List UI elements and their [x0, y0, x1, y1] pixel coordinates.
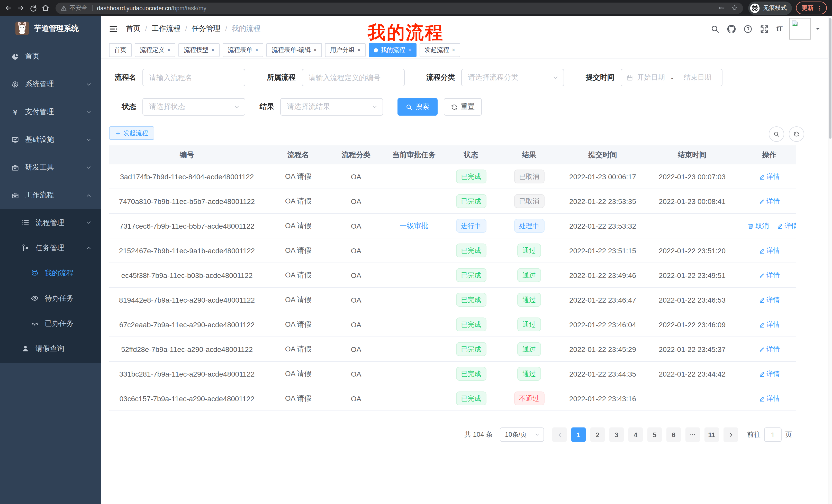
sidebar-item-infrastructure[interactable]: 基础设施: [0, 126, 101, 153]
bookmark-star-icon[interactable]: [731, 5, 738, 11]
browser-menu-icon[interactable]: [816, 5, 823, 11]
view-tab[interactable]: 流程表单 ×: [223, 43, 263, 57]
sidebar-item-done-tasks[interactable]: 已办任务: [0, 311, 101, 336]
page-scrollbar[interactable]: [828, 16, 832, 504]
page-button[interactable]: 6: [667, 427, 681, 442]
current-task-link[interactable]: 一级审批: [399, 221, 428, 229]
cell-actions: 取消 详情: [743, 189, 796, 214]
page-button[interactable]: [685, 427, 700, 442]
page-size-select[interactable]: 10条/页: [500, 427, 544, 442]
prev-page-button[interactable]: [552, 427, 567, 442]
process-category-select[interactable]: 请选择流程分类: [461, 69, 564, 86]
breadcrumb-task-management[interactable]: 任务管理: [192, 24, 220, 33]
sidebar-item-home[interactable]: 首页: [0, 43, 101, 71]
close-icon[interactable]: ×: [211, 47, 214, 53]
browser-reload-icon[interactable]: [29, 4, 37, 12]
status-select[interactable]: 请选择状态: [142, 98, 245, 116]
view-tab[interactable]: 流程表单-编辑 ×: [267, 43, 322, 57]
view-tab[interactable]: 流程模型 ×: [179, 43, 219, 57]
detail-link[interactable]: 详情: [777, 221, 796, 230]
sidebar-item-process-management[interactable]: 流程管理: [0, 210, 101, 235]
close-icon[interactable]: ×: [313, 47, 317, 53]
refresh-table-button[interactable]: [789, 127, 804, 142]
page-button[interactable]: 2: [590, 427, 605, 442]
detail-link[interactable]: 详情: [759, 394, 780, 403]
detail-link[interactable]: 详情: [759, 295, 780, 304]
page-button[interactable]: 1: [571, 427, 586, 442]
close-icon[interactable]: ×: [357, 47, 361, 53]
browser-menu-update-button[interactable]: 更新: [796, 2, 827, 15]
browser-forward-icon[interactable]: [17, 4, 25, 12]
app-logo-row[interactable]: 芋道管理系统: [0, 16, 101, 40]
reset-button[interactable]: 重置: [444, 98, 482, 116]
view-tab[interactable]: 流程定义 ×: [135, 43, 176, 57]
sidebar-item-devtools[interactable]: 研发工具: [0, 153, 101, 181]
detail-link[interactable]: 详情: [759, 246, 780, 255]
cell-current-task: [381, 386, 447, 411]
close-icon[interactable]: ×: [255, 47, 258, 53]
cell-id: 819442e8-7b9a-11ec-a290-acde48001122: [109, 287, 265, 312]
page-button[interactable]: 11: [704, 427, 719, 442]
sidebar-item-payment[interactable]: ¥ 支付管理: [0, 98, 101, 126]
next-page-button[interactable]: [724, 427, 738, 442]
search-button[interactable]: 搜索: [397, 98, 438, 116]
breadcrumb-workflow[interactable]: 工作流程: [152, 24, 181, 33]
view-tab[interactable]: 我的流程 ×: [369, 43, 416, 57]
status-label: 状态: [109, 102, 136, 111]
breadcrumb-home[interactable]: 首页: [126, 24, 140, 33]
cell-result: 通过: [495, 312, 564, 337]
fullscreen-icon[interactable]: [760, 24, 769, 33]
sidebar-item-workflow[interactable]: 工作流程: [0, 181, 101, 209]
sidebar-item-leave-query[interactable]: 请假查询: [0, 336, 101, 361]
github-icon[interactable]: [727, 24, 736, 33]
password-key-icon[interactable]: [718, 5, 725, 11]
detail-link[interactable]: 详情: [759, 197, 780, 206]
help-icon[interactable]: [744, 24, 752, 33]
close-icon[interactable]: ×: [452, 47, 455, 53]
date-end-placeholder: 结束日期: [684, 73, 711, 82]
caret-down-icon[interactable]: [815, 26, 821, 32]
submit-time-range-picker[interactable]: 开始日期 - 结束日期: [621, 69, 723, 86]
page-button[interactable]: 5: [647, 427, 662, 442]
page-button[interactable]: 3: [609, 427, 624, 442]
sidebar-item-todo-tasks[interactable]: 待办任务: [0, 286, 101, 311]
result-label: 结果: [260, 102, 274, 111]
calendar-icon: [626, 74, 633, 81]
cancel-link[interactable]: 取消: [748, 221, 769, 230]
plus-icon: [115, 130, 121, 136]
total-count: 共 104 条: [464, 430, 493, 439]
table-row: ec45f38f-7b9a-11ec-b03b-acde48001122 OA …: [109, 263, 796, 287]
sidebar-item-system[interactable]: 系统管理: [0, 71, 101, 98]
detail-link[interactable]: 详情: [759, 172, 780, 181]
detail-link[interactable]: 详情: [759, 271, 780, 280]
collapse-menu-icon[interactable]: [109, 24, 118, 33]
view-tab[interactable]: 首页 ×: [109, 43, 132, 57]
avatar[interactable]: [789, 18, 811, 39]
address-bar[interactable]: 不安全 dashboard.yudao.iocoder.cn /bpm/task…: [55, 2, 743, 13]
process-definition-input[interactable]: [302, 69, 405, 86]
view-tab[interactable]: 用户分组 ×: [325, 43, 366, 57]
edit-pen-icon: [759, 297, 765, 303]
browser-home-icon[interactable]: [42, 4, 49, 12]
view-tab[interactable]: 发起流程 ×: [419, 43, 460, 57]
close-icon[interactable]: ×: [167, 47, 171, 53]
chevron-down-icon: [535, 432, 540, 437]
cell-status: 已完成: [447, 361, 495, 386]
result-select[interactable]: 请选择流结果: [280, 98, 383, 116]
detail-link[interactable]: 详情: [759, 369, 780, 379]
detail-link[interactable]: 详情: [759, 344, 780, 354]
page-button[interactable]: 4: [628, 427, 643, 442]
close-icon[interactable]: ×: [408, 47, 411, 53]
show-search-button[interactable]: [769, 127, 784, 142]
font-size-icon[interactable]: tT: [777, 25, 782, 33]
browser-back-icon[interactable]: [5, 4, 12, 12]
goto-page-input[interactable]: [764, 427, 782, 442]
sidebar-item-task-management[interactable]: 任务管理: [0, 235, 101, 260]
create-process-button[interactable]: 发起流程: [109, 127, 154, 140]
scrollbar-thumb[interactable]: [829, 18, 831, 139]
process-name-input[interactable]: [142, 69, 245, 86]
search-icon[interactable]: [711, 24, 719, 33]
sidebar-item-my-process[interactable]: 我的流程: [0, 260, 101, 286]
status-badge: 已完成: [456, 268, 486, 282]
detail-link[interactable]: 详情: [759, 320, 780, 329]
